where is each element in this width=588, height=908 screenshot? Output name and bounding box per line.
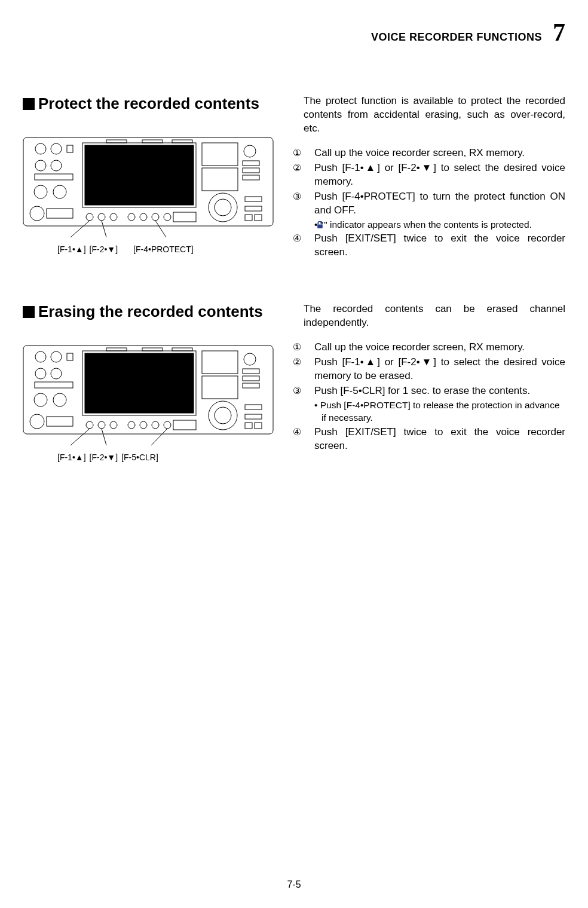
protect-step-2-text: Push [F-1•▲] or [F-2•▼] to select the de… (314, 162, 565, 187)
svg-point-56 (86, 421, 93, 429)
protect-step-1-text: Call up the voice recorder screen, RX me… (314, 147, 525, 158)
svg-rect-28 (243, 168, 259, 173)
svg-rect-24 (202, 143, 238, 166)
protect-step-4: ④Push [EXIT/SET] twice to exit the voice… (304, 232, 565, 259)
circled-2-icon: ② (304, 356, 314, 369)
svg-point-1 (35, 143, 46, 154)
erase-step-3-text: Push [F-5•CLR] for 1 sec. to erase the c… (314, 385, 530, 396)
device-diagram-protect: [F-1•▲] [F-2•▼] [F-4•PROTECT] (23, 137, 286, 254)
section-erase: Erasing the recorded contents (23, 302, 565, 462)
svg-line-78 (151, 429, 167, 445)
svg-point-61 (152, 421, 159, 429)
svg-rect-72 (245, 405, 262, 409)
svg-point-21 (152, 213, 159, 221)
device-diagram-erase: [F-1•▲] [F-2•▼] [F-5•CLR] (23, 345, 286, 462)
svg-rect-73 (245, 414, 262, 419)
circled-3-icon: ③ (304, 190, 314, 203)
protect-step-4-text: Push [EXIT/SET] twice to exit the voice … (314, 233, 565, 258)
protect-step-3: ③Push [F-4•PROTECT] to turn the protect … (304, 190, 565, 218)
callout-f4-protect: [F-4•PROTECT] (133, 244, 194, 254)
protect-step-2: ②Push [F-1•▲] or [F-2•▼] to select the d… (304, 161, 565, 189)
svg-line-36 (71, 221, 90, 237)
svg-point-71 (215, 407, 231, 424)
erase-step-2-text: Push [F-1•▲] or [F-2•▼] to select the de… (314, 356, 565, 381)
erase-step-4-text: Push [EXIT/SET] twice to exit the voice … (314, 426, 565, 451)
svg-point-19 (128, 213, 135, 221)
svg-rect-52 (85, 353, 194, 413)
svg-rect-50 (47, 417, 73, 426)
svg-rect-63 (173, 420, 196, 430)
svg-point-47 (34, 393, 47, 406)
erase-step-3: ③Push [F-5•CLR] for 1 sec. to erase the … (304, 384, 565, 398)
svg-rect-10 (47, 209, 73, 218)
svg-point-3 (35, 160, 46, 171)
page-number: 7-5 (287, 879, 301, 890)
circled-3-icon: ③ (304, 384, 314, 398)
svg-point-62 (164, 421, 171, 429)
circled-1-icon: ① (304, 341, 314, 354)
erase-step-4: ④Push [EXIT/SET] twice to exit the voice… (304, 426, 565, 453)
svg-rect-32 (245, 197, 262, 201)
svg-point-22 (164, 213, 171, 221)
svg-point-70 (209, 401, 237, 430)
svg-rect-74 (245, 423, 252, 429)
callout-f1: [F-1•▲] (57, 453, 86, 462)
svg-rect-39 (317, 224, 323, 228)
svg-point-60 (140, 421, 147, 429)
callout-f5-clr: [F-5•CLR] (121, 453, 158, 462)
section-erase-title: Erasing the recorded contents (23, 302, 286, 321)
svg-rect-29 (243, 175, 259, 180)
svg-point-4 (51, 160, 62, 171)
svg-line-38 (155, 221, 166, 237)
svg-point-20 (140, 213, 147, 221)
svg-rect-35 (255, 215, 262, 221)
svg-rect-67 (243, 369, 259, 374)
protect-step-1: ①Call up the voice recorder screen, RX m… (304, 146, 565, 160)
svg-rect-5 (67, 145, 73, 152)
svg-point-48 (53, 393, 66, 406)
svg-point-17 (98, 213, 105, 221)
svg-rect-25 (202, 168, 238, 191)
svg-point-9 (30, 206, 44, 221)
protect-step-3-text: Push [F-4•PROTECT] to turn the protect f… (314, 191, 565, 216)
svg-point-26 (244, 145, 256, 157)
svg-line-37 (102, 221, 106, 237)
section-protect-title: Protect the recorded contents (23, 94, 286, 113)
circled-4-icon: ④ (304, 232, 314, 245)
svg-rect-69 (243, 383, 259, 388)
svg-rect-46 (35, 382, 73, 388)
svg-rect-14 (142, 140, 163, 143)
svg-point-66 (244, 353, 256, 365)
callout-f2: [F-2•▼] (90, 244, 118, 254)
svg-point-43 (35, 368, 46, 379)
svg-line-76 (71, 429, 90, 445)
svg-point-2 (51, 143, 62, 154)
erase-step-1-text: Call up the voice recorder screen, RX me… (314, 341, 525, 353)
svg-point-16 (86, 213, 93, 221)
svg-point-18 (110, 213, 117, 221)
svg-rect-15 (172, 140, 192, 143)
circled-2-icon: ② (304, 161, 314, 175)
lock-icon (323, 220, 324, 233)
callout-f2: [F-2•▼] (90, 453, 118, 462)
protect-note-post: " indicator appears when the contents is… (324, 219, 532, 230)
erase-step-2: ②Push [F-1•▲] or [F-2•▼] to select the d… (304, 356, 565, 383)
erase-intro: The recorded contents can be erased chan… (304, 302, 565, 330)
svg-point-31 (215, 199, 231, 216)
erase-step-3-note: • Push [F-4•PROTECT] to release the prot… (304, 399, 565, 424)
svg-rect-6 (35, 174, 73, 180)
svg-rect-45 (67, 353, 73, 360)
svg-rect-33 (245, 206, 262, 211)
section-protect-title-text: Protect the recorded contents (38, 94, 259, 112)
svg-rect-12 (85, 145, 194, 205)
svg-rect-53 (106, 348, 127, 351)
protect-step-3-note: • "" indicator appears when the contents… (304, 219, 565, 231)
svg-point-57 (98, 421, 105, 429)
square-bullet-icon (23, 98, 35, 110)
svg-point-58 (110, 421, 117, 429)
svg-point-59 (128, 421, 135, 429)
protect-intro: The protect function is available to pro… (304, 94, 565, 136)
svg-rect-68 (243, 376, 259, 381)
section-protect: Protect the recorded contents (23, 94, 565, 261)
svg-point-44 (51, 368, 62, 379)
